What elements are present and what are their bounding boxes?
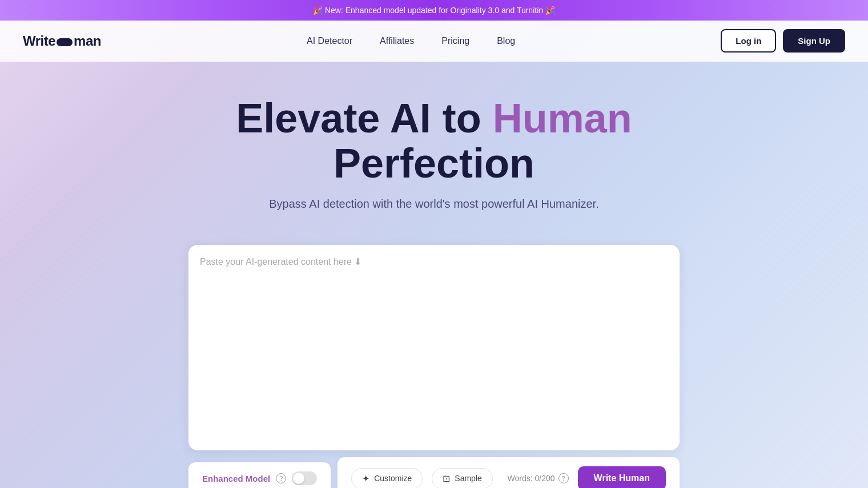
customize-button[interactable]: ✦ Customize — [351, 468, 423, 488]
nav-blog[interactable]: Blog — [485, 31, 527, 51]
nav-links: AI Detector Affiliates Pricing Blog — [295, 31, 527, 51]
customize-icon: ✦ — [362, 473, 369, 484]
toggle-thumb — [293, 473, 304, 484]
nav-ai-detector[interactable]: AI Detector — [295, 31, 364, 51]
words-count-container: Words: 0/200 ? — [508, 473, 569, 483]
nav-pricing[interactable]: Pricing — [430, 31, 481, 51]
enhanced-model-toggle[interactable] — [292, 471, 317, 485]
login-button[interactable]: Log in — [721, 29, 776, 53]
logo-human: man — [74, 33, 101, 49]
nav-affiliates[interactable]: Affiliates — [368, 31, 425, 51]
announcement-text: 🎉 New: Enhanced model updated for Origin… — [313, 6, 555, 15]
customize-label: Customize — [374, 474, 412, 483]
enhanced-model-help-icon[interactable]: ? — [276, 473, 286, 483]
controls-row: Enhanced Model ? ✦ Customize ⊡ Sample Wo… — [188, 457, 680, 488]
actions-card: ✦ Customize ⊡ Sample Words: 0/200 ? Writ… — [337, 457, 680, 488]
logo[interactable]: Writeman — [23, 33, 101, 49]
hero-subtitle: Bypass AI detection with the world's mos… — [11, 197, 857, 211]
signup-button[interactable]: Sign Up — [783, 29, 845, 53]
write-human-button[interactable]: Write Human — [578, 466, 666, 488]
logo-icon — [57, 38, 73, 46]
hero-title-part2: Perfection — [333, 140, 535, 186]
hero-section: Elevate AI to Human Perfection Bypass AI… — [0, 62, 868, 245]
hero-title-highlight: Human — [493, 95, 632, 141]
navbar: Writeman AI Detector Affiliates Pricing … — [0, 21, 868, 62]
textarea-card — [188, 245, 680, 450]
words-count-text: Words: 0/200 — [508, 474, 555, 483]
sample-button[interactable]: ⊡ Sample — [432, 468, 492, 488]
words-help-icon[interactable]: ? — [558, 473, 569, 483]
main-container: Enhanced Model ? ✦ Customize ⊡ Sample Wo… — [177, 245, 691, 488]
announcement-banner: 🎉 New: Enhanced model updated for Origin… — [0, 0, 868, 21]
hero-title-part1: Elevate AI to — [236, 95, 492, 141]
logo-text: Write — [23, 33, 55, 49]
hero-title: Elevate AI to Human Perfection — [11, 96, 857, 186]
nav-actions: Log in Sign Up — [721, 29, 845, 53]
enhanced-model-card: Enhanced Model ? — [188, 462, 331, 488]
content-input[interactable] — [200, 256, 668, 439]
enhanced-model-label: Enhanced Model — [202, 474, 270, 483]
sample-label: Sample — [455, 474, 481, 483]
sample-icon: ⊡ — [443, 473, 450, 484]
